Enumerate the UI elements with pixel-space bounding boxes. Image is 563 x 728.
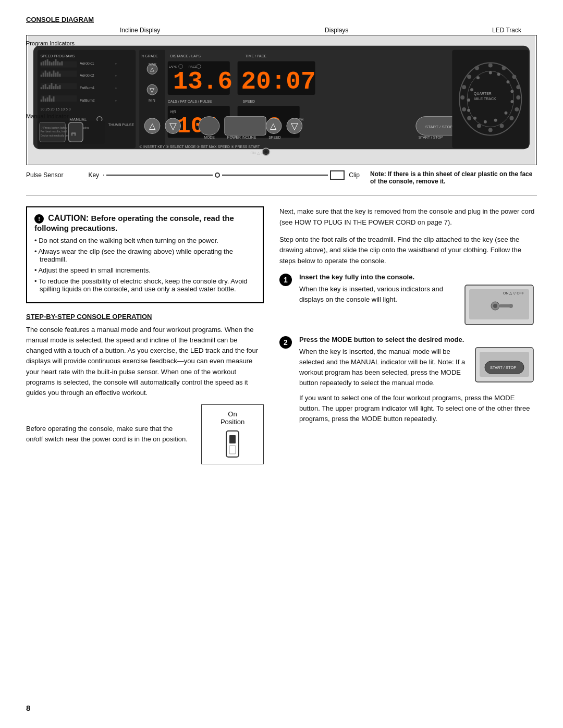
svg-text:FatBurn2: FatBurn2 bbox=[80, 98, 95, 102]
svg-text:○: ○ bbox=[115, 62, 117, 65]
step-1-with-image: When the key is inserted, various indica… bbox=[299, 284, 537, 327]
right-para-2: Step onto the foot rails of the treadmil… bbox=[279, 235, 537, 267]
svg-text:▽: ▽ bbox=[169, 121, 177, 131]
svg-text:QUARTER: QUARTER bbox=[474, 92, 492, 96]
svg-text:START / STOP: START / STOP bbox=[425, 125, 453, 129]
svg-text:ON △  ▽ OFF: ON △ ▽ OFF bbox=[503, 291, 524, 295]
on-position-box: On Position bbox=[201, 404, 264, 464]
svg-text:SPEED: SPEED bbox=[268, 135, 281, 139]
svg-point-144 bbox=[470, 88, 473, 91]
svg-text:TIME / PACE: TIME / PACE bbox=[246, 54, 267, 58]
svg-rect-17 bbox=[61, 61, 63, 66]
svg-text:13.6: 13.6 bbox=[173, 68, 232, 96]
caution-item-1: Do not stand on the walking belt when tu… bbox=[34, 237, 255, 244]
svg-rect-36 bbox=[45, 84, 46, 89]
svg-text:START / STOP: START / STOP bbox=[419, 135, 443, 139]
svg-rect-40 bbox=[53, 86, 55, 89]
svg-text:MODE: MODE bbox=[204, 135, 215, 139]
svg-text:① INSERT KEY  ② SELECT MODE  ③: ① INSERT KEY ② SELECT MODE ③ SET MAX SPE… bbox=[139, 145, 260, 149]
key-label: Key bbox=[88, 171, 99, 179]
svg-rect-148 bbox=[229, 446, 236, 454]
svg-point-124 bbox=[477, 124, 481, 128]
diagram-wrapper: SPEED PROGRAMS Aerobic1 ○ Aerobic2 ○ bbox=[26, 35, 537, 165]
step-2-console-svg: START / STOP bbox=[474, 347, 534, 383]
step-1-number: 1 bbox=[279, 274, 292, 286]
step-2-number: 2 bbox=[279, 336, 292, 349]
svg-rect-24 bbox=[47, 72, 48, 77]
page-number: 8 bbox=[26, 704, 30, 712]
svg-point-117 bbox=[512, 75, 516, 79]
caution-box: ! CAUTION: Before operating the console,… bbox=[26, 206, 264, 303]
svg-text:CALS / FAT CALS / PULSE: CALS / FAT CALS / PULSE bbox=[168, 100, 212, 103]
caution-header: ! CAUTION: Before operating the console,… bbox=[34, 214, 255, 232]
svg-rect-38 bbox=[49, 85, 51, 89]
svg-point-141 bbox=[473, 117, 476, 120]
console-diagram-section: CONSOLE DIAGRAM Incline Display Displays… bbox=[26, 16, 537, 185]
svg-text:▽: ▽ bbox=[150, 87, 155, 94]
led-track-label: LED Track bbox=[492, 27, 521, 34]
svg-point-123 bbox=[488, 128, 493, 132]
step-by-step-title: STEP-BY-STEP CONSOLE OPERATION bbox=[26, 313, 264, 320]
svg-text:♡: ♡ bbox=[171, 109, 176, 115]
console-diagram-title: CONSOLE DIAGRAM bbox=[26, 16, 537, 23]
svg-text:MAX: MAX bbox=[149, 63, 156, 66]
note-box: Note: If there is a thin sheet of clear … bbox=[370, 170, 537, 185]
svg-rect-101 bbox=[225, 117, 266, 135]
step-by-step-body: The console features a manual mode and f… bbox=[26, 325, 264, 398]
svg-text:FatBurn1: FatBurn1 bbox=[80, 86, 95, 90]
caution-icon: ! bbox=[34, 214, 44, 224]
svg-rect-50 bbox=[47, 97, 48, 102]
svg-rect-154 bbox=[499, 304, 510, 307]
step-2-extra: If you want to select one of the four wo… bbox=[299, 393, 537, 424]
svg-point-116 bbox=[502, 66, 506, 70]
right-column: Next, make sure that the key is removed … bbox=[279, 206, 537, 470]
svg-rect-26 bbox=[51, 73, 53, 77]
svg-point-138 bbox=[505, 112, 508, 115]
svg-text:○: ○ bbox=[115, 74, 117, 77]
caution-item-2: Always wear the clip (see the drawing ab… bbox=[34, 248, 255, 263]
svg-point-100 bbox=[199, 117, 219, 135]
svg-point-125 bbox=[467, 116, 471, 120]
svg-point-126 bbox=[462, 107, 466, 112]
svg-rect-27 bbox=[53, 70, 55, 77]
pulse-sensor-label: Pulse Sensor bbox=[26, 171, 63, 179]
svg-rect-22 bbox=[43, 72, 44, 77]
svg-rect-41 bbox=[55, 84, 57, 89]
svg-point-145 bbox=[476, 76, 480, 79]
svg-text:△: △ bbox=[150, 66, 154, 72]
on-position-intro: Before operating the console, make sure … bbox=[26, 424, 191, 445]
on-position-label: On Position bbox=[221, 410, 244, 426]
svg-rect-39 bbox=[51, 83, 53, 89]
svg-point-153 bbox=[493, 304, 497, 308]
incline-display-label: Incline Display bbox=[120, 27, 160, 34]
svg-rect-43 bbox=[59, 85, 60, 89]
right-para-1: Next, make sure that the key is removed … bbox=[279, 206, 537, 228]
program-indicators-annotation: Program Indicators bbox=[26, 40, 75, 46]
svg-text:RACE: RACE bbox=[188, 65, 197, 68]
caution-list: Do not stand on the walking belt when tu… bbox=[34, 237, 255, 293]
svg-text:Aerobic1: Aerobic1 bbox=[80, 61, 94, 65]
svg-point-134 bbox=[497, 72, 500, 76]
svg-point-143 bbox=[467, 98, 470, 102]
svg-point-122 bbox=[500, 124, 504, 128]
caution-item-3: Adjust the speed in small increments. bbox=[34, 266, 255, 274]
step-1: 1 Insert the key fully into the console.… bbox=[279, 273, 537, 327]
svg-text:THUMB PULSE: THUMB PULSE bbox=[108, 123, 134, 127]
svg-text:MILE TRACK: MILE TRACK bbox=[474, 97, 496, 101]
svg-text:╔╗: ╔╗ bbox=[70, 131, 76, 136]
svg-text:20:07: 20:07 bbox=[241, 68, 316, 96]
displays-label: Displays bbox=[325, 27, 348, 34]
svg-rect-52 bbox=[51, 98, 53, 102]
svg-point-118 bbox=[516, 85, 520, 89]
svg-rect-7 bbox=[41, 63, 42, 66]
caution-item-4: To reduce the possibility of electric sh… bbox=[34, 277, 255, 293]
svg-text:MIN: MIN bbox=[149, 98, 155, 102]
svg-rect-35 bbox=[43, 85, 44, 89]
svg-text:% GRADE: % GRADE bbox=[141, 54, 158, 58]
step-1-title: Insert the key fully into the console. bbox=[299, 273, 537, 281]
svg-rect-23 bbox=[45, 70, 46, 77]
svg-point-135 bbox=[507, 80, 510, 83]
console-svg: SPEED PROGRAMS Aerobic1 ○ Aerobic2 ○ bbox=[26, 35, 537, 165]
svg-point-140 bbox=[484, 120, 487, 124]
manual-indicator-annotation: Manual Indicator bbox=[26, 113, 68, 119]
